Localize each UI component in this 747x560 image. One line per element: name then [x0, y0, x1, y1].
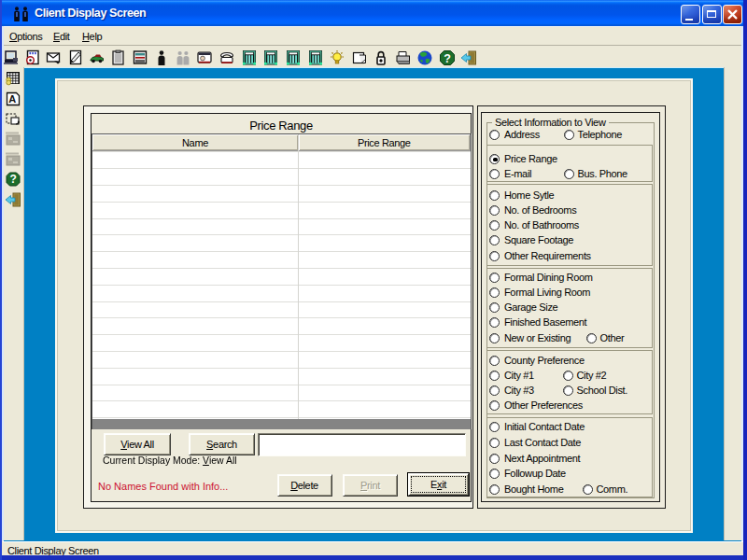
svg-text:?: ? — [444, 52, 450, 65]
svg-text:A: A — [8, 93, 16, 105]
svg-text:?: ? — [10, 173, 17, 186]
